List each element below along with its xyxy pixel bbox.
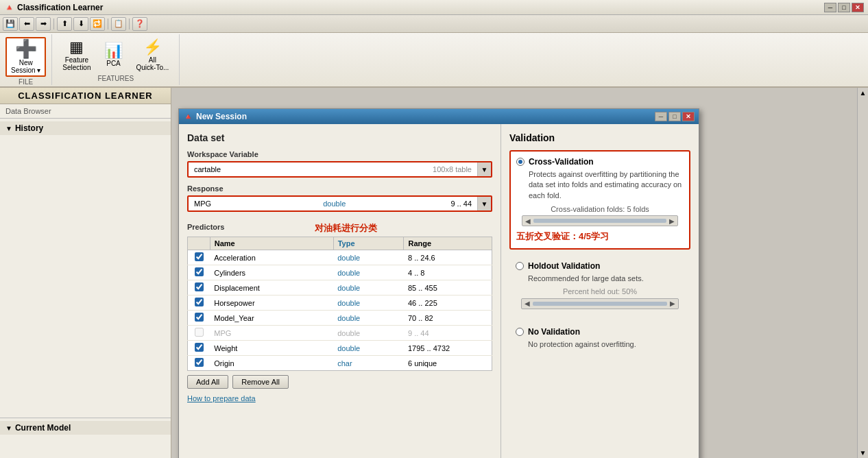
- workspace-dropdown-arrow[interactable]: ▼: [477, 162, 491, 176]
- how-to-prepare-link[interactable]: How to prepare data: [187, 394, 492, 402]
- current-model-label: Current Model: [15, 423, 71, 433]
- predictor-range-7: 6 unique: [404, 356, 492, 371]
- predictor-row-3: Horsepowerdouble46 .. 225: [188, 296, 492, 311]
- redo-icon-btn[interactable]: ➡: [36, 17, 51, 31]
- ribbon: ➕ NewSession ▾ FILE ▦ FeatureSelection 📊…: [0, 33, 868, 88]
- predictor-check-7[interactable]: [188, 356, 210, 371]
- predictors-header: Predictors 对油耗进行分类: [187, 223, 492, 234]
- cv-slider-right[interactable]: ▶: [666, 217, 677, 225]
- save-icon-btn[interactable]: 💾: [3, 17, 18, 31]
- cross-validation-label: Cross-Validation: [529, 157, 594, 167]
- new-session-button[interactable]: ➕ NewSession ▾: [5, 37, 46, 77]
- feature-selection-button[interactable]: ▦ FeatureSelection: [58, 38, 95, 73]
- cv-slider-fill: [533, 219, 666, 223]
- right-spacer: [509, 361, 690, 458]
- holdout-slider-right[interactable]: ▶: [667, 300, 678, 307]
- predictor-row-6: Weightdouble1795 .. 4732: [188, 341, 492, 356]
- dialog-controls: ─ □ ✕: [655, 112, 695, 121]
- sidebar-title: CLASSIFICATION LEARNER: [0, 88, 171, 104]
- content-area: ▲ ▼ 🔺 New Session ─ □ ✕: [171, 88, 868, 458]
- close-btn[interactable]: ✕: [852, 3, 864, 12]
- layout-icon-btn[interactable]: 📋: [111, 17, 126, 31]
- predictor-name-3: Horsepower: [210, 296, 333, 311]
- col-header-range: Range: [404, 237, 492, 250]
- workspace-variable-dropdown[interactable]: cartable 100x8 table ▼: [187, 161, 492, 178]
- dialog-body: Data set Workspace Variable cartable 100…: [179, 124, 699, 458]
- holdout-slider-track: ◀ ▶: [521, 298, 679, 309]
- dialog-right-panel: Validation Cross-Validation Protects aga…: [501, 124, 699, 458]
- no-validation-radio-row: No Validation: [516, 327, 684, 337]
- predictor-name-7: Origin: [210, 356, 333, 371]
- predictor-check-5[interactable]: [188, 326, 210, 341]
- predictor-type-4: double: [333, 311, 404, 326]
- response-content: MPG double 9 .. 44: [189, 200, 477, 208]
- new-session-label: NewSession ▾: [11, 59, 40, 74]
- workspace-variable-label: Workspace Variable: [187, 150, 492, 158]
- no-validation-radio[interactable]: [516, 328, 524, 336]
- dialog-minimize-btn[interactable]: ─: [655, 112, 667, 121]
- predictor-name-1: Cylinders: [210, 265, 333, 280]
- all-quick-label: AllQuick-To...: [136, 56, 169, 71]
- no-validation-desc: No protection against overfitting.: [528, 339, 684, 350]
- predictor-check-2[interactable]: [188, 280, 210, 296]
- history-header[interactable]: ▼ History: [0, 121, 171, 135]
- predictor-check-0[interactable]: [188, 250, 210, 265]
- dialog-close-btn[interactable]: ✕: [682, 112, 695, 121]
- col-header-check: [188, 237, 210, 250]
- holdout-radio[interactable]: [516, 262, 524, 270]
- undo-icon-btn[interactable]: ⬅: [19, 17, 34, 31]
- workspace-variable-content: cartable 100x8 table: [189, 165, 477, 173]
- current-model-arrow: ▼: [5, 424, 12, 432]
- current-model-header[interactable]: ▼ Current Model: [0, 421, 171, 435]
- sidebar: CLASSIFICATION LEARNER Data Browser ▼ Hi…: [0, 88, 171, 458]
- predictor-row-7: Originchar6 unique: [188, 356, 492, 371]
- predictor-check-6[interactable]: [188, 341, 210, 356]
- all-quick-icon: ⚡: [143, 40, 162, 55]
- cv-slider-track: ◀ ▶: [522, 215, 678, 226]
- remove-all-button[interactable]: Remove All: [232, 375, 289, 389]
- response-dropdown[interactable]: MPG double 9 .. 44 ▼: [187, 195, 492, 212]
- response-type: double: [323, 200, 346, 208]
- dialog-left-panel: Data set Workspace Variable cartable 100…: [179, 124, 501, 458]
- chinese-cv-note: 五折交叉验证：4/5学习: [516, 230, 684, 243]
- add-remove-buttons: Add All Remove All: [187, 375, 492, 389]
- minimize-btn[interactable]: ─: [824, 3, 836, 12]
- holdout-slider-left[interactable]: ◀: [522, 300, 533, 307]
- data-browser-label: Data Browser: [0, 104, 171, 118]
- up-icon-btn[interactable]: ⬆: [57, 17, 72, 31]
- holdout-validation-option: Holdout Validation Recommended for large…: [509, 255, 690, 315]
- predictor-check-3[interactable]: [188, 296, 210, 311]
- cv-slider-left[interactable]: ◀: [522, 217, 533, 225]
- help-icon-btn[interactable]: ❓: [132, 17, 147, 31]
- main-layout: CLASSIFICATION LEARNER Data Browser ▼ Hi…: [0, 88, 868, 458]
- pca-button[interactable]: 📊 PCA: [99, 41, 129, 69]
- cross-validation-radio[interactable]: [516, 158, 525, 166]
- down-icon-btn[interactable]: ⬇: [73, 17, 88, 31]
- dialog-maximize-btn[interactable]: □: [668, 112, 681, 121]
- predictors-section: Predictors 对油耗进行分类 Name Type Range: [187, 223, 492, 371]
- predictor-range-0: 8 .. 24.6: [404, 250, 492, 265]
- ribbon-features-buttons: ▦ FeatureSelection 📊 PCA ⚡ AllQuick-To..…: [58, 37, 173, 73]
- predictor-name-6: Weight: [210, 341, 333, 356]
- add-all-button[interactable]: Add All: [187, 375, 228, 389]
- dialog-title: New Session: [196, 112, 247, 121]
- predictor-range-3: 46 .. 225: [404, 296, 492, 311]
- predictor-row-0: Accelerationdouble8 .. 24.6: [188, 250, 492, 265]
- predictor-check-1[interactable]: [188, 265, 210, 280]
- predictor-check-4[interactable]: [188, 311, 210, 326]
- scroll-down-arrow[interactable]: ▼: [858, 448, 868, 458]
- toolbar-sep2: [108, 19, 108, 29]
- scroll-up-arrow[interactable]: ▲: [858, 88, 868, 98]
- predictor-row-1: Cylindersdouble4 .. 8: [188, 265, 492, 280]
- no-validation-option: No Validation No protection against over…: [509, 321, 690, 356]
- top-toolbar: 💾 ⬅ ➡ ⬆ ⬇ 🔁 📋 ❓: [0, 15, 868, 33]
- predictor-type-1: double: [333, 265, 404, 280]
- predictor-range-5: 9 .. 44: [404, 326, 492, 341]
- dialog-icon: 🔺: [183, 112, 193, 121]
- response-dropdown-arrow[interactable]: ▼: [477, 197, 491, 210]
- all-quick-button[interactable]: ⚡ AllQuick-To...: [132, 38, 174, 73]
- refresh-icon-btn[interactable]: 🔁: [90, 17, 105, 31]
- dataset-title: Data set: [187, 132, 492, 143]
- features-section-label: FEATURES: [98, 73, 134, 82]
- maximize-btn[interactable]: □: [838, 3, 850, 12]
